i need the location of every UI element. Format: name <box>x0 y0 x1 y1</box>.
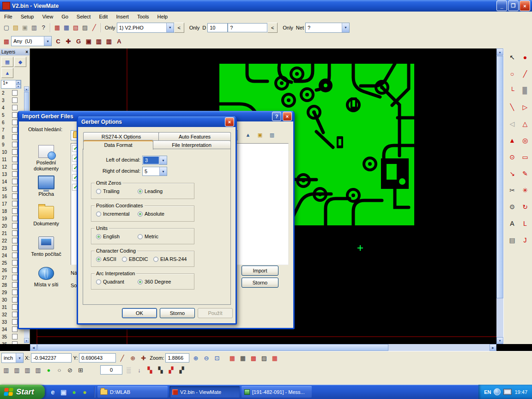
zoom-out-icon[interactable]: ⊖ <box>201 353 211 363</box>
scroll-down-icon[interactable]: ▼ <box>24 338 29 343</box>
layer-visibility-box[interactable] <box>12 334 18 339</box>
measure-distance-icon[interactable]: ╱ <box>117 353 127 363</box>
help-button[interactable]: ? <box>272 112 281 121</box>
draw-slash-icon[interactable]: ╲ <box>507 102 518 112</box>
storno-button[interactable]: Storno <box>242 278 278 288</box>
radio-absolute[interactable]: Absolute <box>138 211 164 217</box>
highlight-tool-icon[interactable]: ● <box>520 52 531 62</box>
minimize-button[interactable]: _ <box>496 0 507 11</box>
layer-visibility-box[interactable] <box>12 290 18 295</box>
hatch-alt-icon[interactable]: ▥ <box>104 36 114 46</box>
radio-english[interactable]: English <box>96 234 120 239</box>
layer-visibility-box[interactable] <box>12 208 18 214</box>
layer-visibility-box[interactable] <box>12 216 18 221</box>
menu-item[interactable]: Select <box>73 12 95 21</box>
zoom-field[interactable]: 1.8866 <box>165 353 189 363</box>
print-icon[interactable]: ▥ <box>30 23 39 32</box>
layer-visibility-box[interactable] <box>12 112 18 118</box>
y-coordinate-field[interactable]: 0.690643 <box>79 353 116 363</box>
zoom-in-icon[interactable]: ⊕ <box>191 353 200 363</box>
radio-incremental[interactable]: Incremental <box>96 211 129 217</box>
only-dcode-label[interactable]: Only <box>189 25 200 30</box>
layer-visibility-box[interactable] <box>12 149 18 155</box>
prev-layer-button[interactable]: < <box>174 23 184 33</box>
radio-ebcdic[interactable]: EBCDIC <box>122 256 148 262</box>
internet-explorer-icon[interactable]: e <box>48 387 57 396</box>
target-icon[interactable]: ⊙ <box>507 152 518 162</box>
title-bar[interactable]: V2.bin - ViewMate _ ❐ × <box>0 0 532 12</box>
gear-icon[interactable]: ⚙ <box>507 202 518 212</box>
scrollbar-thumb[interactable] <box>496 56 503 298</box>
right-of-decimal-combo[interactable]: 5 ▼ <box>142 167 167 176</box>
scrollbar-thumb[interactable] <box>37 344 388 351</box>
layer-visibility-box[interactable] <box>12 260 18 266</box>
layer-visibility-box[interactable] <box>12 127 18 133</box>
pattern-black-icon[interactable]: ▚ <box>156 365 165 375</box>
radio-eia-rs244[interactable]: EIA RS-244 <box>153 256 187 262</box>
grid-mixed-icon[interactable]: ▩ <box>248 353 258 363</box>
vertical-scrollbar[interactable]: ▲ ▼ <box>496 48 503 344</box>
radio-360-degree[interactable]: 360 Degree <box>138 279 171 284</box>
layer-visibility-box[interactable] <box>12 142 18 147</box>
scroll-up-icon[interactable]: ▲ <box>496 48 503 55</box>
layer-visibility-box[interactable] <box>12 267 18 273</box>
layer-visibility-box[interactable] <box>12 275 18 280</box>
pattern-black2-icon[interactable]: ▞ <box>177 365 187 375</box>
layer-film-icon-3[interactable]: ▥ <box>23 365 32 375</box>
layer-visibility-box[interactable] <box>12 282 18 288</box>
app-orb2-icon[interactable]: ● <box>80 387 89 396</box>
menu-item[interactable]: File <box>0 12 17 21</box>
radio-ascii[interactable]: ASCII <box>96 256 116 262</box>
prev-dcode-button[interactable]: < <box>267 23 278 33</box>
radio-leading[interactable]: Leading <box>138 188 163 194</box>
grid-red2-icon[interactable]: ▦ <box>270 353 279 363</box>
step-forward-icon[interactable]: ▷ <box>520 102 531 112</box>
close-button[interactable]: × <box>283 112 292 121</box>
keyboard-icon[interactable] <box>503 389 512 395</box>
close-button[interactable]: × <box>225 117 234 127</box>
layer-film-icon-1[interactable]: ▥ <box>1 365 11 375</box>
text-aperture-icon[interactable]: A <box>115 36 124 46</box>
restore-button[interactable]: ❐ <box>508 0 519 11</box>
menu-item[interactable]: Go <box>57 12 73 21</box>
select-any-combo[interactable]: Any (U) ▼ <box>11 36 52 46</box>
app-orb-icon[interactable]: ● <box>70 387 79 396</box>
layers-panel-caption[interactable]: Layers × <box>0 48 30 55</box>
dcode-input[interactable]: 10 <box>207 23 228 32</box>
spin-up-icon[interactable]: ▲ <box>16 80 21 85</box>
layer-visibility-box[interactable] <box>12 245 18 251</box>
spin-down-icon[interactable]: ▼ <box>16 85 21 89</box>
context-help-icon[interactable]: ? <box>39 23 48 32</box>
layer-visibility-box[interactable] <box>12 171 18 177</box>
dcode-filter-input[interactable]: ? <box>228 23 267 32</box>
taskbar-task-button[interactable]: [191-482-091] - Mess... <box>242 386 312 398</box>
new-file-icon[interactable]: ▢ <box>2 23 11 32</box>
open-folder-icon[interactable]: ▤ <box>11 23 20 32</box>
tab-data-format[interactable]: Data Format <box>83 140 153 150</box>
layer-grid-button[interactable]: ▦ <box>1 57 13 67</box>
layer-visibility-box[interactable] <box>12 253 18 258</box>
layer-visibility-box[interactable] <box>12 164 18 169</box>
layer-visibility-box[interactable] <box>12 157 18 162</box>
scrollbar-thumb[interactable] <box>24 92 29 111</box>
import-button[interactable]: Import <box>242 266 278 276</box>
layer-combo[interactable]: 1) V2.PHO ▼ <box>117 23 174 33</box>
layer-visibility-box[interactable] <box>12 179 18 184</box>
layers-print-icon[interactable]: ▤ <box>507 235 518 245</box>
places-bar-item[interactable]: Plocha <box>24 175 69 197</box>
zoom-window-icon[interactable]: ⊡ <box>212 353 222 363</box>
taskbar-task-button[interactable]: D:\MLAB <box>97 386 168 398</box>
move-step-icon[interactable]: ↘ <box>507 169 518 179</box>
hatch-icon[interactable]: ▥ <box>94 36 103 46</box>
pencil-icon[interactable]: ✎ <box>520 169 531 179</box>
tab-auto-features[interactable]: Auto Features <box>158 132 231 141</box>
tab-file-interpretation[interactable]: File Interpretation <box>152 140 231 149</box>
scroll-up-icon[interactable]: ▲ <box>24 86 29 91</box>
layer-visibility-box[interactable] <box>12 341 18 344</box>
layer-visibility-box[interactable] <box>12 186 18 192</box>
grid-dark-icon[interactable]: ▦ <box>238 353 248 363</box>
snap-point-icon[interactable]: ○ <box>507 69 518 79</box>
scissors-icon[interactable]: ✂ <box>507 185 518 195</box>
chevron-down-icon[interactable]: ▼ <box>159 156 167 164</box>
storno-button[interactable]: Storno <box>160 308 195 318</box>
